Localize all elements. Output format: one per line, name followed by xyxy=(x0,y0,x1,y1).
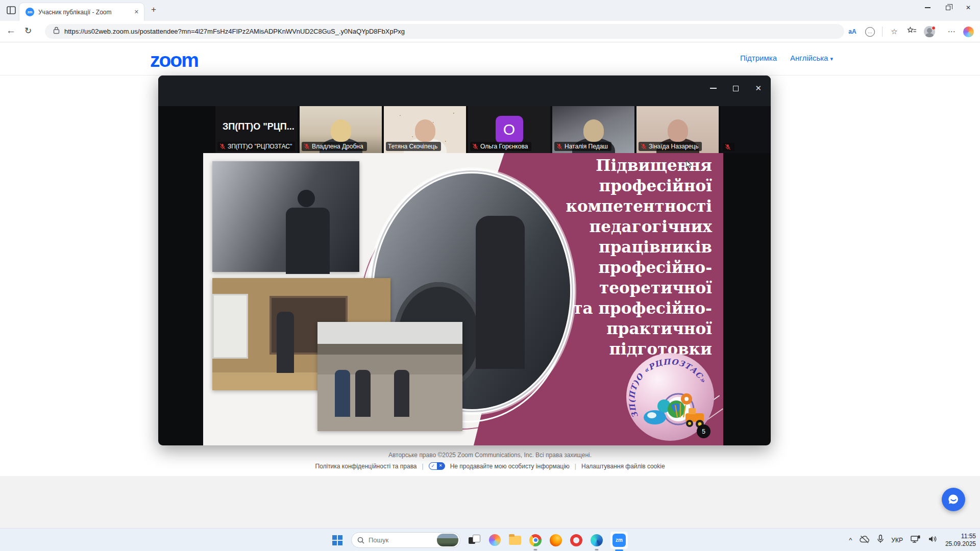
copilot-icon[interactable] xyxy=(963,27,974,37)
support-link[interactable]: Підтримка xyxy=(740,54,777,62)
shared-screen: Підвищенняпрофесійноїкомпетентностіпедаг… xyxy=(203,153,723,445)
lock-icon xyxy=(53,27,60,36)
do-not-sell-link[interactable]: Не продавайте мою особисту інформацію xyxy=(450,463,570,470)
mouse-cursor xyxy=(685,160,693,171)
participant-tile[interactable]: Зінаїда Назарець xyxy=(636,106,719,153)
muted-mic-icon xyxy=(219,143,226,149)
volume-icon[interactable] xyxy=(928,535,938,545)
new-tab-button[interactable]: + xyxy=(151,5,156,15)
address-bar[interactable]: https://us02web.zoom.us/postattendee?mn=… xyxy=(45,24,844,39)
back-button[interactable]: ← xyxy=(6,25,16,36)
participant-name-tag: Владлена Дробна xyxy=(302,142,367,151)
meeting-maximize-button[interactable] xyxy=(733,86,739,91)
screen: zm Учасник публікації - Zoom ✕ + ✕ ← ↻ h… xyxy=(0,0,980,551)
participant-tile[interactable]: ООльга Горєнкова xyxy=(468,106,550,153)
muted-mic-icon xyxy=(725,144,731,150)
extensions-icon[interactable]: … xyxy=(865,27,875,37)
slide-title-line: професійної xyxy=(508,176,712,196)
search-input[interactable] xyxy=(369,536,430,544)
toolbar-right: аA … ☆ ⋯ xyxy=(844,21,980,42)
slide-title-line: працівників xyxy=(508,237,712,257)
browser-toolbar: ← ↻ https://us02web.zoom.us/postattendee… xyxy=(0,21,980,42)
participant-strip: ЗП(ПТ)О "РЦП...ЗП(ПТ)О "РЦПОЗТАС"Владлен… xyxy=(158,106,771,153)
settings-menu-icon[interactable]: ⋯ xyxy=(943,27,960,36)
slide-photo-farm-yard xyxy=(317,322,462,431)
file-explorer-icon[interactable] xyxy=(508,534,522,547)
taskbar-clock[interactable]: 11:55 25.09.2025 xyxy=(945,533,976,548)
zoom-logo[interactable]: zoom xyxy=(150,49,198,71)
meeting-minimize-button[interactable] xyxy=(710,88,717,89)
tray-date: 25.09.2025 xyxy=(945,540,976,548)
weather-widget[interactable] xyxy=(437,534,458,546)
participant-name: Владлена Дробна xyxy=(312,143,363,150)
opera-app-icon[interactable] xyxy=(570,534,583,547)
person-silhouette xyxy=(277,312,294,373)
windows-taskbar: zm ^ УКР 11:55 25.09.2025 xyxy=(0,528,980,551)
chrome-app-icon[interactable] xyxy=(529,534,542,547)
edge-app-icon[interactable] xyxy=(590,534,603,547)
browser-close-button[interactable]: ✕ xyxy=(966,4,971,11)
support-chat-button[interactable] xyxy=(942,488,965,511)
task-view-button[interactable] xyxy=(468,534,481,547)
slide-title-line: Підвищення xyxy=(508,155,712,176)
slide-title-line: компетентності xyxy=(508,196,712,216)
person-silhouette xyxy=(394,370,409,417)
refresh-button[interactable]: ↻ xyxy=(24,26,32,36)
privacy-policy-link[interactable]: Політика конфіденційності та права xyxy=(315,463,416,470)
zoom-app-icon[interactable]: zm xyxy=(610,532,628,549)
firefox-app-icon[interactable] xyxy=(549,534,562,547)
whiteboard xyxy=(212,294,248,359)
tab-close-icon[interactable]: ✕ xyxy=(134,9,139,15)
search-icon xyxy=(357,537,364,544)
participant-name-tag: Ольга Горєнкова xyxy=(470,142,531,151)
browser-restore-button[interactable] xyxy=(946,6,950,10)
participant-tile[interactable]: Владлена Дробна xyxy=(300,106,382,153)
hidden-icons-chevron[interactable]: ^ xyxy=(849,536,852,544)
zoom-favicon: zm xyxy=(26,8,34,16)
zoom-meeting-window: ✕ ЗП(ПТ)О "РЦП...ЗП(ПТ)О "РЦПОЗТАС"Владл… xyxy=(158,76,771,445)
slide-title: Підвищенняпрофесійноїкомпетентностіпедаг… xyxy=(508,155,712,359)
cookie-settings-link[interactable]: Налаштування файлів cookie xyxy=(581,463,665,470)
profile-notification-dot xyxy=(932,26,936,30)
network-icon[interactable] xyxy=(911,535,921,545)
language-indicator[interactable]: УКР xyxy=(891,537,903,544)
browser-tab[interactable]: zm Учасник публікації - Zoom ✕ xyxy=(19,3,144,21)
start-button[interactable] xyxy=(331,534,344,547)
participant-tile[interactable]: Тетяна Скочіпець xyxy=(384,106,466,153)
copilot-app-icon[interactable] xyxy=(488,534,501,547)
cloud-off-icon[interactable] xyxy=(860,535,870,545)
toolbar-divider xyxy=(882,27,883,37)
slide-title-line: практичної xyxy=(508,318,712,339)
participant-name-tag xyxy=(723,143,734,151)
taskbar-search[interactable] xyxy=(351,532,460,548)
browser-minimize-button[interactable] xyxy=(925,7,930,8)
meeting-title-bar[interactable]: ✕ xyxy=(158,76,771,106)
participant-name-tag: Зінаїда Назарець xyxy=(639,142,702,151)
participant-tile[interactable] xyxy=(721,106,770,153)
tab-actions-icon[interactable] xyxy=(6,5,17,16)
tab-title: Учасник публікації - Zoom xyxy=(38,9,125,16)
participant-avatar: О xyxy=(496,116,523,143)
microphone-icon[interactable] xyxy=(877,535,884,545)
url-text: https://us02web.zoom.us/postattendee?mn=… xyxy=(64,28,405,35)
tray-time: 11:55 xyxy=(945,533,976,540)
participant-tile[interactable]: ЗП(ПТ)О "РЦП...ЗП(ПТ)О "РЦПОЗТАС" xyxy=(215,106,298,153)
participant-name: Ольга Горєнкова xyxy=(480,143,528,150)
favorite-star-icon[interactable]: ☆ xyxy=(886,27,903,36)
person-head xyxy=(415,119,435,142)
translate-icon[interactable]: аA xyxy=(844,28,861,35)
privacy-choices-icon: ✓✕ xyxy=(429,462,445,470)
language-dropdown[interactable]: Англійська▾ xyxy=(790,54,833,62)
participant-tile[interactable]: Наталія Педаш xyxy=(552,106,634,153)
slide-title-line: та професійно- xyxy=(508,298,712,318)
copyright-text: Авторське право ©2025 Zoom Communication… xyxy=(0,452,980,459)
slide-title-line: професійно- xyxy=(508,257,712,278)
favorites-list-icon[interactable] xyxy=(903,27,920,37)
meeting-close-button[interactable]: ✕ xyxy=(755,84,762,93)
muted-mic-icon xyxy=(556,143,562,149)
system-tray: ^ УКР 11:55 25.09.2025 xyxy=(849,529,976,551)
participant-name: Тетяна Скочіпець xyxy=(388,143,437,150)
slide-photo-combine-harvester xyxy=(212,161,359,272)
person-head xyxy=(331,119,351,142)
muted-mic-icon xyxy=(472,143,478,149)
